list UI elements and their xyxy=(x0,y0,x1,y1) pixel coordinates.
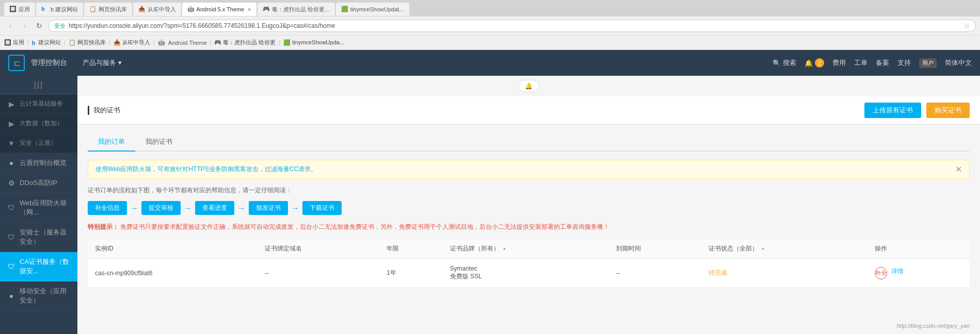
col-actions: 操作 xyxy=(867,239,970,259)
browser-tab-quicknews[interactable]: 📋 网页快讯库 xyxy=(84,3,132,16)
cert-brand-type: 免费版 SSL xyxy=(450,273,482,280)
sidebar-item-cloud-shield-overview[interactable]: ● 云盾控制台概览 xyxy=(0,153,77,173)
sidebar-item-mobile-security[interactable]: ● 移动安全（应用安全） xyxy=(0,281,77,311)
user-avatar-action[interactable]: 用户 xyxy=(919,58,937,68)
sidebar-item-label-aegis: 安骑士（服务器安全） xyxy=(20,228,70,246)
bookmark-star-icon[interactable]: ☆ xyxy=(963,22,970,30)
notifications-action[interactable]: 🔔 2 xyxy=(805,58,824,68)
complete-info-action[interactable]: 补全 xyxy=(875,267,887,279)
ticket-action[interactable]: 工单 xyxy=(854,58,867,68)
col-actions-label: 操作 xyxy=(875,245,887,252)
col-domain: 证书绑定域名 xyxy=(258,239,379,259)
sidebar-item-label-security: 安全（云盾） xyxy=(20,139,57,147)
browser-tab-hupu[interactable]: 🎮 毒：虎扑出品 给你更... xyxy=(258,3,334,16)
step-btn-complete-info[interactable]: 补全信息 xyxy=(88,201,127,215)
sidebar-toggle-button[interactable]: ||| xyxy=(0,76,77,94)
bookmark-import[interactable]: 📥 从IE中导入 xyxy=(114,39,150,46)
step-btn-download-cert[interactable]: 下载证书 xyxy=(302,201,342,215)
cost-action[interactable]: 费用 xyxy=(832,58,846,68)
tab-close-icon[interactable]: ✕ xyxy=(247,7,251,12)
forward-button[interactable]: › xyxy=(19,20,31,32)
certificates-table: 实例ID 证书绑定域名 年限 证书品牌（所有） ▾ xyxy=(88,239,970,288)
col-instance-id: 实例ID xyxy=(88,239,258,259)
app-wrapper: ⊏ 管理控制台 产品与服务 ▾ 🔍 搜索 🔔 2 费用 工单 备案 xyxy=(0,50,980,334)
cert-brand-name: Symantec xyxy=(450,265,477,272)
main-layout: ||| ▶ 云计算基础服务 ▶ 大数据（数加） ▼ 安全（云盾） ● 云盾控制台… xyxy=(0,76,980,334)
tab-label-hupu: 毒：虎扑出品 给你更... xyxy=(272,6,329,13)
sidebar-item-label-mobile: 移动安全（应用安全） xyxy=(20,287,70,305)
products-services-menu[interactable]: 产品与服务 ▾ xyxy=(77,55,127,71)
quicknews-favicon: 📋 xyxy=(89,6,97,13)
step-arrow-1: → xyxy=(130,204,138,213)
bookmark-suggestions[interactable]: b xyxy=(32,40,36,46)
bell-bubble[interactable]: 🔔 xyxy=(518,80,539,92)
bookmark-sep-1: | xyxy=(27,40,29,45)
step-btn-issue-cert[interactable]: 颁发证书 xyxy=(249,201,288,215)
col-status[interactable]: 证书状态（全部） ▾ xyxy=(701,239,867,259)
sidebar-item-waf[interactable]: 🛡 Web应用防火墙（网... xyxy=(0,193,77,223)
browser-tab-apps[interactable]: 🔲 应用 xyxy=(4,3,35,16)
products-services-label: 产品与服务 ▾ xyxy=(83,58,122,68)
step-btn-submit-review[interactable]: 提交审核 xyxy=(141,201,181,215)
import-favicon: 📥 xyxy=(138,6,146,13)
bookmark-android[interactable]: 🤖 xyxy=(158,39,165,46)
cell-domain: -- xyxy=(258,259,379,288)
sidebar-item-ca-cert[interactable]: 🛡 CA证书服务（数据安... xyxy=(0,252,77,281)
tab-bar: 我的订单 我的证书 xyxy=(88,133,970,152)
bookmark-sep-4: | xyxy=(153,40,155,45)
backup-action[interactable]: 备案 xyxy=(876,58,889,68)
apps-favicon: 🔲 xyxy=(9,6,17,13)
tab-my-orders[interactable]: 我的订单 xyxy=(88,133,135,152)
ticket-label: 工单 xyxy=(854,58,867,68)
detail-action[interactable]: 详情 xyxy=(891,267,904,279)
upload-cert-button[interactable]: 上传原有证书 xyxy=(864,103,921,118)
bookmark-quicknews[interactable]: 📋 网页快讯库 xyxy=(69,39,106,46)
buy-cert-button[interactable]: 购买证书 xyxy=(926,103,970,118)
url-bar[interactable]: 安全 https://yundun.console.aliyun.com/?sp… xyxy=(49,20,976,32)
secure-label: 安全 xyxy=(54,22,66,30)
step-btn-view-progress[interactable]: 查看进度 xyxy=(195,201,234,215)
back-button[interactable]: ‹ xyxy=(4,20,17,32)
content-body: 我的订单 我的证书 使用Web应用防火墙，可有效针对HTTPS业务防御黑客攻击，… xyxy=(77,125,980,296)
alert-link[interactable]: 使用Web应用防火墙，可有效针对HTTPS业务防御黑客攻击，过滤海量CC请求。 xyxy=(95,165,317,173)
bookmark-sep-2: | xyxy=(64,40,66,45)
warning-label: 特别提示： xyxy=(88,223,119,230)
bookmark-tinymce[interactable]: 🟩 tinymceShowUpda... xyxy=(283,39,344,46)
sidebar-item-cloud-computing[interactable]: ▶ 云计算基础服务 xyxy=(0,94,77,114)
sidebar-item-label-ca: CA证书服务（数据安... xyxy=(20,257,70,276)
collapse-icon: ▼ xyxy=(7,139,15,147)
android-theme-favicon: 🤖 xyxy=(187,6,195,13)
top-nav-actions: 🔍 搜索 🔔 2 费用 工单 备案 支持 用户 简体中文 xyxy=(773,58,972,68)
tab-my-certs[interactable]: 我的证书 xyxy=(135,133,183,152)
shield-icon-waf: 🛡 xyxy=(7,204,15,212)
sidebar-item-security[interactable]: ▼ 安全（云盾） xyxy=(0,133,77,153)
support-action[interactable]: 支持 xyxy=(897,58,911,68)
col-years-label: 年限 xyxy=(387,245,399,252)
sidebar-item-aegis[interactable]: 🛡 安骑士（服务器安全） xyxy=(0,223,77,252)
cell-brand: Symantec 免费版 SSL xyxy=(443,259,609,288)
sidebar-item-ddos[interactable]: ⚙ DDoS高防IP xyxy=(0,173,77,193)
alert-close-button[interactable]: ✕ xyxy=(955,164,962,174)
avatar: 用户 xyxy=(919,58,937,68)
browser-tab-suggestions[interactable]: b b 建议网站 xyxy=(36,3,83,16)
language-label: 简体中文 xyxy=(945,58,972,68)
info-text: 证书订单的流程如下图，每个环节都有对应的帮助信息，请一定仔细阅读： xyxy=(88,186,970,195)
sidebar-item-bigdata[interactable]: ▶ 大数据（数加） xyxy=(0,114,77,133)
sidebar-item-label-bigdata: 大数据（数加） xyxy=(20,119,63,128)
alert-text: 使用Web应用防火墙，可有效针对HTTPS业务防御黑客攻击，过滤海量CC请求。 xyxy=(95,165,317,174)
action-links: 补全 详情 xyxy=(875,267,962,279)
language-action[interactable]: 简体中文 xyxy=(945,58,972,68)
col-brand[interactable]: 证书品牌（所有） ▾ xyxy=(443,239,609,259)
tab-label-android-theme: Android 5.x Theme xyxy=(197,6,245,12)
sort-icon-brand: ▾ xyxy=(503,246,506,252)
tab-label-suggestions: b 建议网站 xyxy=(51,6,78,13)
refresh-button[interactable]: ↻ xyxy=(33,20,45,32)
browser-tab-android-theme[interactable]: 🤖 Android 5.x Theme ✕ xyxy=(182,3,257,16)
browser-tab-tinymce[interactable]: 🟩 tinymceShowUpdat... xyxy=(336,3,409,16)
backup-label: 备案 xyxy=(876,58,889,68)
browser-tab-import[interactable]: 📥 从IE中导入 xyxy=(133,3,181,16)
bookmark-apps[interactable]: 🔲 应用 xyxy=(4,39,24,46)
bookmark-hupu[interactable]: 🎮 毒：虎扑出品 给你更 xyxy=(214,39,276,46)
browser-tab-bar: 🔲 应用 b b 建议网站 📋 网页快讯库 📥 从IE中导入 🤖 Android… xyxy=(0,0,980,16)
search-action[interactable]: 🔍 搜索 xyxy=(773,58,796,68)
